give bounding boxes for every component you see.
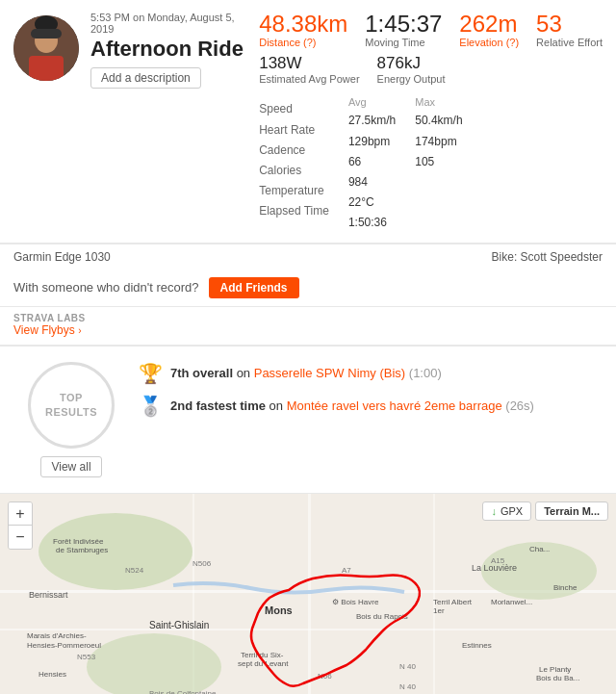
silver-medal-icon: 🥈: [139, 395, 163, 418]
stat-avg-power: 138W Estimated Avg Power: [259, 54, 359, 85]
avg-power-label: Estimated Avg Power: [259, 73, 359, 85]
svg-text:Binche: Binche: [553, 583, 578, 592]
svg-text:Mons: Mons: [265, 604, 293, 616]
detail-labels: Speed Heart Rate Cadence Calories Temper…: [259, 96, 329, 232]
stat-moving-time: 1:45:37 Moving Time: [365, 12, 442, 48]
detail-table: Speed Heart Rate Cadence Calories Temper…: [259, 96, 603, 232]
map-top-right-controls: ↓ GPX Terrain M...: [482, 501, 608, 521]
friend-section: With someone who didn't record? Add Frie…: [0, 270, 616, 307]
svg-text:N506: N506: [192, 559, 212, 568]
header-section: 5:53 PM on Monday, August 5, 2019 Aftern…: [0, 0, 616, 244]
distance-value: 48.38km: [259, 12, 347, 37]
relative-effort-label: Relative Effort: [536, 37, 603, 48]
view-flybys-link[interactable]: View Flybys ›: [13, 323, 81, 337]
avg-power-value: 138W: [259, 54, 359, 73]
top-results-circle: TOPRESULTS: [28, 362, 115, 449]
relative-effort-value: 53: [536, 12, 603, 37]
svg-text:N 40: N 40: [399, 662, 416, 671]
svg-text:N524: N524: [125, 566, 144, 575]
avg-header: Avg: [348, 96, 396, 108]
terrain-button[interactable]: Terrain M...: [535, 501, 608, 521]
detail-avg-values: Avg 27.5km/h 129bpm 66 984 22°C 1:50:36: [348, 96, 396, 232]
svg-text:Bois du Ba...: Bois du Ba...: [536, 674, 579, 682]
svg-text:Cha...: Cha...: [529, 545, 550, 553]
svg-rect-8: [308, 494, 311, 694]
zoom-in-button[interactable]: +: [9, 502, 32, 526]
svg-text:Marais d'Archies-: Marais d'Archies-: [27, 631, 87, 640]
svg-text:N 40: N 40: [399, 682, 416, 691]
add-friends-button[interactable]: Add Friends: [209, 277, 299, 298]
moving-time-value: 1:45:37: [365, 12, 442, 37]
friend-text: With someone who didn't record?: [13, 280, 199, 295]
result-text-2: 2nd fastest time on Montée ravel vers ha…: [170, 398, 534, 413]
elevation-value: 262m: [459, 12, 519, 37]
distance-label: Distance (?): [259, 37, 347, 48]
avatar-image: [13, 15, 79, 81]
result-text-1: 7th overall on Passerelle SPW Nimy (Bis)…: [170, 366, 442, 380]
zoom-out-button[interactable]: −: [9, 526, 32, 549]
svg-rect-10: [433, 494, 435, 694]
avatar: [13, 15, 79, 81]
svg-rect-4: [31, 29, 62, 39]
strava-labs-section: STRAVA LABS View Flybys ›: [0, 307, 616, 346]
stats-grid: 48.38km Distance (?) 1:45:37 Moving Time…: [259, 12, 603, 233]
stats-mid-row: 138W Estimated Avg Power 876kJ Energy Ou…: [259, 54, 603, 85]
garmin-device: Garmin Edge 1030: [13, 250, 111, 264]
garmin-bike: Bike: Scott Speedster: [492, 250, 603, 264]
svg-text:A15: A15: [491, 556, 505, 565]
gpx-button[interactable]: ↓ GPX: [482, 501, 531, 521]
activity-time: 5:53 PM on Monday, August 5, 2019: [90, 12, 249, 35]
strava-labs-label: STRAVA LABS: [13, 313, 603, 323]
top-results-left: TOPRESULTS View all: [13, 362, 129, 477]
map-section: Bernissart Marais d'Archies- Hensies-Pom…: [0, 494, 616, 694]
svg-text:Saint-Ghislain: Saint-Ghislain: [149, 620, 209, 630]
svg-text:Estinnes: Estinnes: [462, 641, 492, 650]
activity-info: 5:53 PM on Monday, August 5, 2019 Aftern…: [90, 12, 249, 233]
energy-value: 876kJ: [377, 54, 446, 73]
svg-text:Hensies-Pommeroeul: Hensies-Pommeroeul: [27, 641, 101, 650]
segment-link-2[interactable]: Montée ravel vers havré 2eme barrage: [287, 398, 502, 413]
svg-text:Morlanwel...: Morlanwel...: [491, 598, 532, 606]
svg-text:A7: A7: [342, 566, 351, 575]
elevation-label: Elevation (?): [459, 37, 519, 48]
svg-text:1er: 1er: [433, 606, 445, 615]
result-item-1: 🏆 7th overall on Passerelle SPW Nimy (Bi…: [139, 362, 603, 385]
moving-time-label: Moving Time: [365, 37, 442, 48]
svg-rect-2: [29, 56, 64, 81]
svg-text:Bois de Colfontaine: Bois de Colfontaine: [149, 689, 217, 694]
chevron-right-icon: ›: [78, 325, 81, 336]
top-results-section: TOPRESULTS View all 🏆 7th overall on Pas…: [0, 346, 616, 494]
segment-link-1[interactable]: Passerelle SPW Nimy (Bis): [254, 366, 405, 380]
stats-top-row: 48.38km Distance (?) 1:45:37 Moving Time…: [259, 12, 603, 48]
stat-distance: 48.38km Distance (?): [259, 12, 347, 48]
trophy-icon: 🏆: [139, 362, 163, 385]
top-results-label: TOPRESULTS: [45, 391, 97, 419]
stat-energy: 876kJ Energy Output: [377, 54, 446, 85]
result-item-2: 🥈 2nd fastest time on Montée ravel vers …: [139, 395, 603, 418]
gpx-icon: ↓: [491, 505, 497, 517]
max-header: Max: [415, 96, 462, 108]
svg-text:Forêt Indivisée: Forêt Indivisée: [53, 537, 104, 546]
map-zoom-controls: + −: [8, 501, 33, 550]
svg-text:Bernissart: Bernissart: [29, 590, 68, 600]
detail-max-values: Max 50.4km/h 174bpm 105: [415, 96, 462, 232]
map-svg: Bernissart Marais d'Archies- Hensies-Pom…: [0, 494, 616, 694]
stat-relative-effort: 53 Relative Effort: [536, 12, 603, 48]
svg-text:de Stambruges: de Stambruges: [56, 546, 108, 554]
stat-elevation: 262m Elevation (?): [459, 12, 519, 48]
add-description-button[interactable]: Add a description: [90, 67, 201, 89]
energy-label: Energy Output: [377, 73, 446, 85]
svg-text:Terril Albert: Terril Albert: [433, 598, 473, 606]
svg-text:Le Planty: Le Planty: [539, 665, 571, 674]
svg-text:N553: N553: [77, 653, 96, 661]
garmin-row: Garmin Edge 1030 Bike: Scott Speedster: [0, 244, 616, 270]
view-all-button[interactable]: View all: [40, 456, 101, 477]
svg-text:⚙ Bois Havre: ⚙ Bois Havre: [332, 598, 379, 606]
svg-text:Hensies: Hensies: [38, 670, 66, 679]
top-results-right: 🏆 7th overall on Passerelle SPW Nimy (Bi…: [129, 362, 603, 477]
activity-title: Afternoon Ride: [90, 37, 249, 62]
